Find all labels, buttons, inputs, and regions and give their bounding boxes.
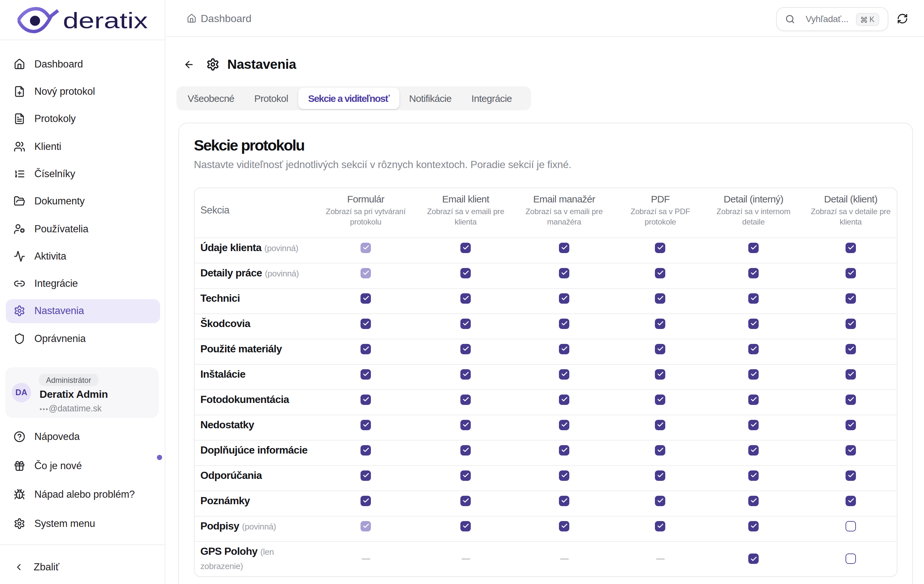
svg-text:deratix: deratix — [63, 8, 148, 33]
